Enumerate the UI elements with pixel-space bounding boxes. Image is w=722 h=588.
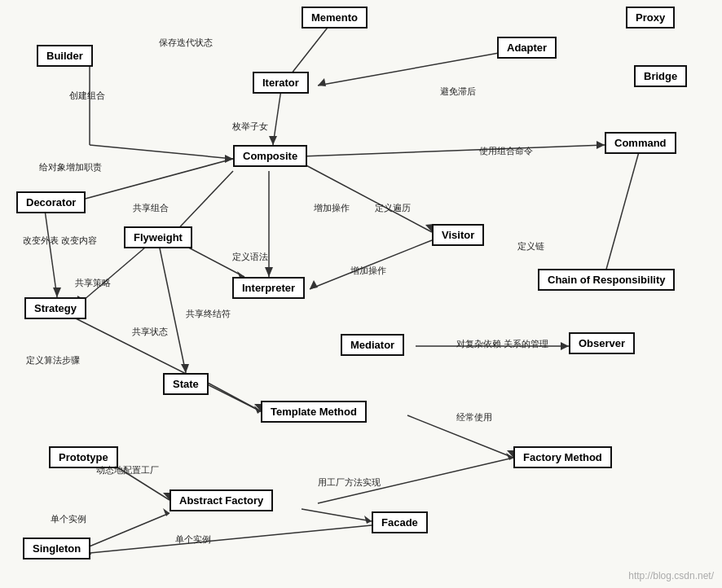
node-builder: Builder [37, 45, 93, 67]
node-composite: Composite [233, 145, 307, 167]
label-0: 保存迭代状态 [159, 37, 213, 48]
label-9: 定义语法 [232, 251, 268, 262]
svg-line-21 [603, 149, 640, 281]
node-interpreter: Interpreter [232, 277, 305, 299]
svg-line-1 [90, 145, 233, 159]
label-15: 共享终结符 [186, 308, 231, 319]
svg-marker-42 [506, 453, 513, 460]
node-singleton: Singleton [23, 538, 90, 559]
svg-marker-46 [163, 508, 169, 516]
node-mediator: Mediator [341, 334, 404, 356]
label-12: 改变外表 改变内容 [23, 235, 97, 246]
label-19: 动态地配置工厂 [96, 464, 159, 476]
diagram: MementoBuilderIteratorAdapterProxyBridge… [0, 0, 722, 588]
svg-marker-36 [254, 406, 261, 414]
node-iterator: Iterator [253, 72, 309, 94]
watermark: http://blog.csdn.net/ [628, 570, 714, 581]
node-memento: Memento [302, 7, 368, 29]
svg-marker-2 [225, 155, 233, 163]
label-8: 定义遍历 [375, 202, 411, 213]
label-18: 经常使用 [456, 411, 492, 423]
node-abstractfactory: Abstract Factory [169, 489, 273, 511]
svg-line-27 [159, 244, 186, 373]
svg-line-45 [81, 513, 169, 550]
node-flyweight: Flyweight [124, 226, 192, 248]
svg-line-25 [77, 243, 151, 305]
label-4: 使用组合命令 [479, 145, 533, 156]
label-21: 单个实例 [51, 513, 86, 524]
node-bridge: Bridge [634, 65, 687, 87]
svg-marker-6 [269, 136, 277, 145]
label-22: 单个实例 [175, 533, 211, 545]
node-adapter: Adapter [497, 37, 557, 59]
svg-marker-18 [265, 267, 273, 277]
svg-line-47 [81, 525, 372, 554]
node-observer: Observer [569, 332, 635, 354]
label-1: 创建组合 [69, 90, 105, 101]
label-13: 共享策略 [75, 277, 111, 288]
node-strategy: Strategy [24, 297, 86, 319]
connection-lines [0, 0, 722, 588]
label-20: 用工厂方法实现 [318, 476, 381, 488]
svg-line-43 [302, 509, 372, 521]
svg-line-9 [302, 145, 605, 156]
node-visitor: Visitor [432, 224, 484, 246]
label-2: 枚举子女 [232, 121, 268, 132]
svg-marker-10 [597, 141, 605, 149]
label-5: 给对象增加职责 [39, 161, 102, 173]
svg-marker-32 [561, 342, 569, 350]
node-decorator: Decorator [16, 191, 86, 213]
node-command: Command [605, 132, 676, 154]
node-templatemethod: Template Method [261, 401, 367, 423]
label-7: 增加操作 [314, 202, 350, 213]
node-proxy: Proxy [626, 7, 675, 29]
svg-marker-24 [53, 287, 61, 297]
svg-marker-34 [254, 404, 261, 411]
label-16: 对复杂依赖 关系的管理 [456, 338, 548, 349]
node-state: State [163, 373, 209, 395]
label-11: 定义链 [517, 240, 544, 252]
svg-marker-20 [310, 280, 318, 289]
svg-line-7 [318, 49, 522, 86]
node-chain: Chain of Responsibility [538, 269, 675, 291]
node-facade: Facade [372, 511, 428, 533]
svg-line-15 [302, 163, 432, 232]
label-10: 增加操作 [350, 265, 386, 276]
label-14: 共享状态 [132, 326, 168, 337]
svg-marker-44 [364, 516, 372, 524]
label-3: 避免滞后 [440, 86, 476, 97]
svg-marker-28 [181, 364, 189, 373]
node-factorymethod: Factory Method [513, 446, 612, 468]
svg-marker-40 [163, 493, 169, 500]
svg-line-35 [208, 383, 261, 411]
svg-line-23 [45, 210, 57, 297]
svg-line-5 [273, 90, 281, 145]
label-6: 共享组合 [133, 202, 169, 213]
svg-marker-8 [318, 78, 326, 86]
svg-marker-38 [507, 450, 513, 458]
label-17: 定义算法步骤 [26, 354, 80, 366]
